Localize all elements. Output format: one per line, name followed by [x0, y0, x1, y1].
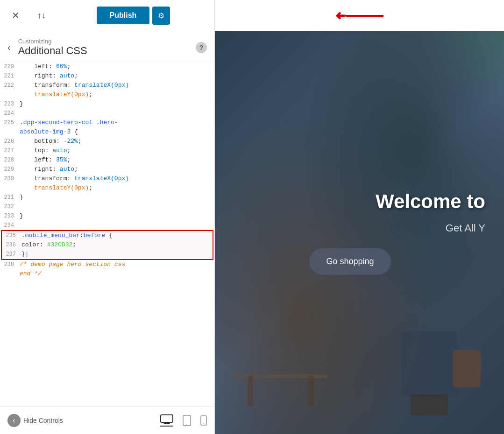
code-line-221: 221 right: auto; [0, 71, 214, 81]
line-number: 224 [0, 109, 20, 118]
customizing-label: Customizing [18, 38, 192, 45]
view-buttons [160, 414, 207, 427]
code-line-233: 233 } [0, 211, 214, 221]
preview-subtitle-text: Get All Y [446, 222, 485, 234]
sort-button[interactable]: ↑↓ [33, 7, 50, 24]
code-line-238: 238 /* demo page hero section css [0, 260, 214, 269]
svg-rect-2 [163, 423, 170, 424]
line-content: right: auto; [20, 71, 214, 81]
code-line-230: 230 transform: translateX(0px) [0, 174, 214, 183]
line-number: 236 [2, 240, 21, 250]
line-number: 237 [2, 250, 21, 259]
line-content [20, 202, 214, 211]
left-panel: ‹ Customizing Additional CSS ? 220 left:… [0, 31, 215, 434]
line-content: transform: translateX(0px) [20, 174, 214, 183]
highlighted-code-block: 235 .mobile_menu_bar:before { 236 color:… [1, 230, 213, 260]
line-number: 238 [0, 260, 20, 269]
line-content: translateY(0px); [20, 183, 214, 193]
line-number [0, 269, 20, 279]
right-panel: Welcome to Get All Y Go shopping [215, 31, 504, 434]
line-number [0, 183, 20, 193]
line-number: 232 [0, 202, 20, 211]
close-button[interactable]: ✕ [7, 7, 24, 24]
desktop-view-button[interactable] [160, 414, 173, 427]
line-number: 233 [0, 211, 20, 221]
line-number: 230 [0, 174, 20, 183]
line-content: } [20, 193, 214, 202]
line-number: 221 [0, 71, 20, 81]
hide-controls-arrow: ‹ [7, 414, 21, 427]
line-content: left: 66%; [20, 62, 214, 71]
hide-controls-button[interactable]: ‹ Hide Controls [7, 414, 63, 427]
line-content: translateY(0px); [20, 90, 214, 99]
go-shopping-button[interactable]: Go shopping [309, 248, 390, 275]
line-content [20, 109, 214, 118]
line-number: 227 [0, 146, 20, 155]
code-line-226: 226 bottom: -22%; [0, 137, 214, 146]
code-line-222b: translateY(0px); [0, 90, 214, 99]
line-content: end */ [20, 269, 214, 279]
line-number [0, 90, 20, 99]
line-number: 234 [0, 221, 20, 230]
help-icon[interactable]: ? [196, 42, 207, 53]
line-number: 231 [0, 193, 20, 202]
code-line-232: 232 [0, 202, 214, 211]
tablet-view-button[interactable] [183, 414, 191, 427]
toolbar: ✕ ↑↓ Publish ⚙ ➜ [0, 0, 504, 31]
preview-welcome-text: Welcome to [376, 190, 485, 213]
code-line-231: 231 } [0, 193, 214, 202]
line-content: .dpp-second-hero-col .hero- [20, 118, 214, 127]
line-content: right: auto; [20, 165, 214, 174]
code-line-220: 220 left: 66%; [0, 62, 214, 71]
line-content: absolute-img-3 { [20, 127, 214, 137]
panel-header-text: Customizing Additional CSS [18, 38, 192, 57]
code-line-225: 225 .dpp-second-hero-col .hero- [0, 118, 214, 127]
code-line-237: 237 }| [2, 250, 213, 259]
line-content: left: 35%; [20, 155, 214, 165]
line-content: .mobile_menu_bar:before { [21, 231, 213, 240]
line-number: 229 [0, 165, 20, 174]
line-number: 226 [0, 137, 20, 146]
svg-point-6 [203, 423, 204, 424]
bottom-controls: ‹ Hide Controls [0, 406, 214, 434]
toolbar-left: ✕ ↑↓ Publish ⚙ [0, 0, 215, 31]
settings-button[interactable]: ⚙ [152, 7, 170, 25]
code-line-222: 222 transform: translateX(0px) [0, 81, 214, 90]
svg-rect-0 [161, 415, 173, 422]
code-line-230b: translateY(0px); [0, 183, 214, 193]
main-content: ‹ Customizing Additional CSS ? 220 left:… [0, 31, 504, 434]
code-line-223: 223 } [0, 99, 214, 109]
code-line-235: 235 .mobile_menu_bar:before { [2, 231, 213, 240]
line-content: }| [21, 250, 213, 259]
line-content: } [20, 99, 214, 109]
code-line-227: 227 top: auto; [0, 146, 214, 155]
code-line-229: 229 right: auto; [0, 165, 214, 174]
code-line-225b: absolute-img-3 { [0, 127, 214, 137]
line-number: 235 [2, 231, 21, 240]
code-line-224: 224 [0, 109, 214, 118]
code-line-228: 228 left: 35%; [0, 155, 214, 165]
publish-button[interactable]: Publish [97, 7, 150, 24]
line-number: 228 [0, 155, 20, 165]
line-content: top: auto; [20, 146, 214, 155]
line-number: 225 [0, 118, 20, 127]
line-number [0, 127, 20, 137]
back-button[interactable]: ‹ [7, 42, 14, 53]
code-line-238b: end */ [0, 269, 214, 279]
line-content: color: #32CD32; [21, 240, 213, 250]
code-editor[interactable]: 220 left: 66%; 221 right: auto; 222 tran… [0, 62, 214, 406]
line-content: transform: translateX(0px) [20, 81, 214, 90]
code-line-236: 236 color: #32CD32; [2, 240, 213, 250]
line-content: /* demo page hero section css [20, 260, 214, 269]
panel-title: Additional CSS [18, 45, 192, 57]
toolbar-center: ➜ [215, 8, 504, 23]
mobile-view-button[interactable] [200, 414, 207, 427]
svg-point-4 [186, 424, 187, 425]
line-content: } [20, 211, 214, 221]
hide-controls-label: Hide Controls [23, 417, 63, 424]
code-line-234: 234 [0, 221, 214, 230]
line-number: 223 [0, 99, 20, 109]
line-number: 220 [0, 62, 20, 71]
preview-image: Welcome to Get All Y Go shopping [215, 31, 504, 434]
line-number: 222 [0, 81, 20, 90]
